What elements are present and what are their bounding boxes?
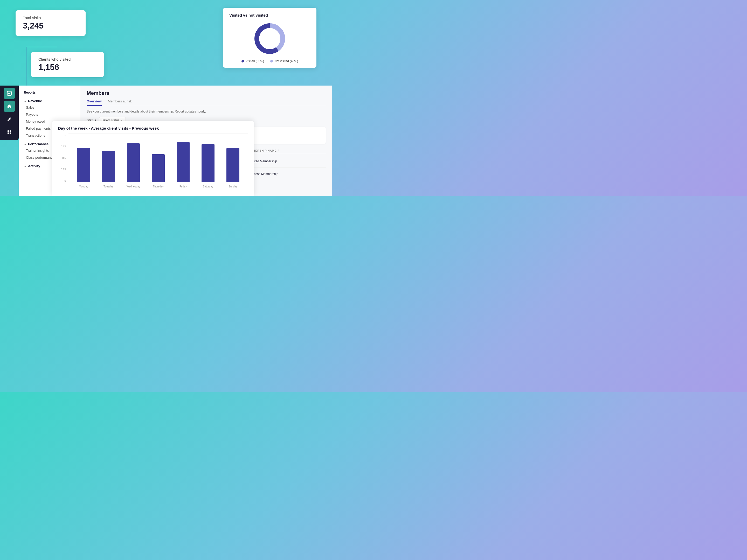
y-axis: 1 0.75 0.5 0.25 0	[58, 134, 69, 188]
tab-overview[interactable]: Overview	[87, 99, 102, 106]
wrench-icon-btn[interactable]	[4, 113, 15, 125]
bar-group	[71, 148, 96, 182]
performance-label: Performance	[28, 142, 49, 146]
svg-rect-6	[7, 132, 9, 134]
legend-visited: Visited (60%)	[241, 59, 264, 63]
x-label-wednesday: Wednesday	[121, 185, 146, 188]
bar-group	[121, 143, 146, 182]
bar-group	[171, 142, 196, 182]
activity-label: Activity	[28, 164, 40, 168]
y-label-0: 0	[64, 179, 66, 182]
svg-rect-7	[9, 132, 11, 134]
dashboard-icon-btn[interactable]	[4, 127, 15, 138]
menu-item-sales[interactable]: Sales	[19, 104, 80, 111]
legend-not-visited-dot	[270, 60, 273, 62]
donut-legend: Visited (60%) Not visited (40%)	[241, 59, 298, 63]
y-label-075: 0.75	[61, 145, 66, 148]
x-label-monday: Monday	[71, 185, 96, 188]
x-label-friday: Friday	[171, 185, 196, 188]
bar-saturday	[202, 144, 214, 182]
legend-not-visited: Not visited (40%)	[270, 59, 298, 63]
x-label-sunday: Sunday	[221, 185, 246, 188]
svg-rect-5	[9, 130, 11, 132]
bar-monday	[77, 148, 90, 182]
revenue-caret: ▲	[24, 100, 26, 102]
bar-tuesday	[102, 151, 115, 182]
clients-visited-card: Clients who visited 1,156	[31, 52, 104, 77]
y-label-1: 1	[64, 134, 66, 136]
performance-caret: ▲	[24, 142, 26, 145]
bars-row	[69, 134, 248, 182]
donut-chart-card: Visited vs not visited Visited (60%) Not…	[223, 8, 316, 68]
chart-title: Day of the week - Average client visits …	[58, 126, 248, 130]
legend-visited-dot	[241, 60, 244, 62]
sidebar-icon-bar	[0, 85, 19, 140]
page-title: Members	[87, 90, 326, 96]
bar-group	[96, 151, 121, 182]
x-label-tuesday: Tuesday	[96, 185, 121, 188]
bar-wednesday	[127, 143, 140, 182]
total-visits-label: Total visits	[23, 16, 78, 20]
tab-members-at-risk[interactable]: Members at risk	[108, 99, 132, 106]
revenue-section-header[interactable]: ▲ Revenue	[19, 98, 80, 104]
chart-inner: MondayTuesdayWednesdayThursdayFridaySatu…	[69, 134, 248, 188]
revenue-label: Revenue	[28, 99, 42, 103]
bar-group	[221, 148, 246, 182]
y-label-05: 0.5	[62, 157, 66, 159]
bar-group	[196, 144, 221, 182]
clients-visited-value: 1,156	[38, 62, 97, 72]
col-membership-name: Membership name ⇅	[246, 149, 326, 152]
sidebar-reports-title: Reports	[19, 89, 80, 96]
clients-visited-label: Clients who visited	[38, 57, 97, 61]
bar-thursday	[152, 154, 165, 183]
membership-name-1: All Access Membership	[246, 172, 326, 176]
total-visits-value: 3,245	[23, 21, 78, 31]
legend-not-visited-label: Not visited (40%)	[275, 59, 298, 63]
donut-title: Visited vs not visited	[229, 13, 310, 17]
app-logo-icon[interactable]	[4, 88, 15, 99]
bar-friday	[177, 142, 189, 182]
svg-rect-3	[7, 91, 11, 96]
menu-item-payouts[interactable]: Payouts	[19, 111, 80, 118]
x-label-thursday: Thursday	[146, 185, 171, 188]
bar-chart-card: Day of the week - Average client visits …	[52, 121, 254, 196]
donut-svg	[252, 21, 288, 57]
total-visits-card: Total visits 3,245	[16, 10, 85, 36]
activity-caret: ▲	[24, 165, 26, 167]
svg-rect-4	[7, 130, 9, 132]
page-description: See your current members and details abo…	[87, 110, 326, 113]
x-label-saturday: Saturday	[196, 185, 221, 188]
x-labels: MondayTuesdayWednesdayThursdayFridaySatu…	[69, 185, 248, 188]
home-icon-btn[interactable]	[4, 101, 15, 112]
legend-visited-label: Visited (60%)	[246, 59, 264, 63]
y-label-025: 0.25	[61, 168, 66, 171]
chart-area: 1 0.75 0.5 0.25 0 MondayTuesdayWednesday…	[58, 134, 248, 188]
sort-icon: ⇅	[278, 149, 280, 152]
membership-name-0: Unlimited Membership	[246, 159, 326, 163]
tabs-row: Overview Members at risk	[87, 99, 326, 106]
bar-sunday	[227, 148, 239, 182]
bar-group	[146, 154, 171, 183]
